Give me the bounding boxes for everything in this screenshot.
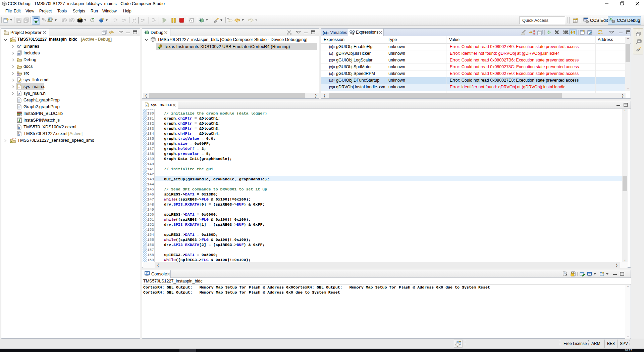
svg-text:CCS: CCS	[12, 137, 16, 139]
svg-text:CCS: CCS	[12, 37, 16, 39]
svg-text:⚙: ⚙	[17, 74, 19, 76]
svg-text:.h: .h	[18, 92, 20, 95]
svg-text:T: T	[18, 125, 20, 127]
svg-text:.c: .c	[18, 86, 20, 89]
svg-text:.c: .c	[146, 104, 148, 106]
svg-text:T: T	[18, 132, 20, 134]
svg-text:h: h	[18, 53, 19, 55]
